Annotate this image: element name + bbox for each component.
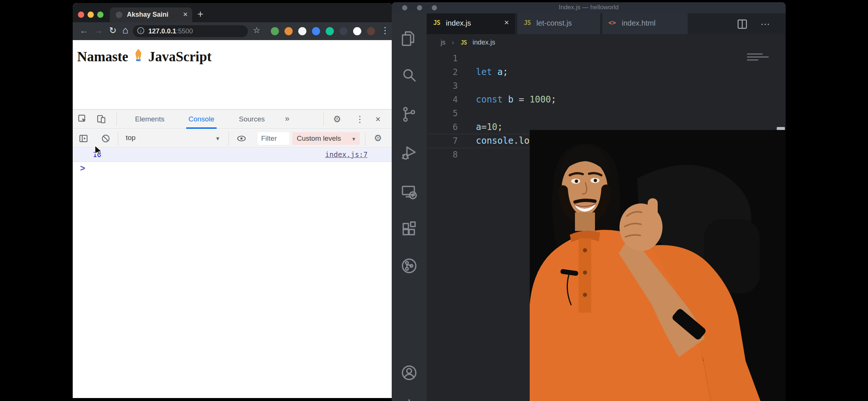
video-frame: Akshay Saini × + ← → ↻ ⌂ i 127.0.0.1:550… bbox=[0, 0, 868, 401]
tab-close-icon[interactable]: × bbox=[504, 18, 509, 27]
code-text bbox=[458, 79, 476, 93]
vscode-window-title: Index.js — helloworld bbox=[392, 4, 786, 11]
extensions-icon[interactable] bbox=[400, 220, 418, 238]
log-levels-dropdown[interactable]: Custom levels ▼ bbox=[292, 132, 360, 145]
blue-extension-icon[interactable] bbox=[312, 27, 320, 35]
console-prompt-row[interactable]: > bbox=[73, 162, 392, 177]
search-icon[interactable] bbox=[400, 66, 418, 84]
console-log-source-link[interactable]: index.js:7 bbox=[325, 150, 368, 159]
line-number: 7 bbox=[427, 134, 458, 148]
devtools-menu-icon[interactable]: ⋮ bbox=[355, 114, 364, 124]
page-content: Namaste JavaScript bbox=[73, 40, 392, 109]
console-prompt-chevron: > bbox=[80, 163, 85, 173]
home-icon[interactable]: ⌂ bbox=[122, 25, 128, 36]
chrome-tabstrip: Akshay Saini × + bbox=[73, 3, 392, 22]
console-log-row[interactable]: 10 index.js:7 bbox=[73, 148, 392, 162]
new-tab-button[interactable]: + bbox=[197, 8, 203, 20]
context-dropdown-arrow[interactable]: ▼ bbox=[215, 136, 220, 141]
code-line-2[interactable]: 2let a; bbox=[427, 65, 786, 79]
editor-tab-letconstjs[interactable]: JS let-const.js bbox=[517, 13, 600, 34]
remote-icon[interactable] bbox=[400, 183, 418, 201]
profile-avatar[interactable] bbox=[367, 27, 375, 35]
minimize-window-button[interactable] bbox=[88, 12, 94, 18]
explorer-icon[interactable] bbox=[400, 30, 418, 48]
tab-elements[interactable]: Elements bbox=[135, 110, 164, 129]
orange-extension-icon[interactable] bbox=[285, 27, 293, 35]
bookmark-star-icon[interactable]: ☆ bbox=[253, 26, 260, 35]
breadcrumb[interactable]: js › JS index.js bbox=[392, 36, 786, 50]
line-number: 8 bbox=[427, 148, 458, 162]
device-toolbar-icon[interactable] bbox=[96, 114, 106, 124]
tab-console[interactable]: Console bbox=[188, 110, 214, 129]
divider bbox=[116, 113, 117, 126]
chrome-window: Akshay Saini × + ← → ↻ ⌂ i 127.0.0.1:550… bbox=[73, 3, 392, 398]
code-line-4[interactable]: 4const b = 1000; bbox=[427, 93, 786, 107]
divider bbox=[118, 132, 118, 146]
minimap bbox=[747, 53, 763, 55]
tab-label: index.html bbox=[622, 19, 655, 27]
ide-extension-icon[interactable] bbox=[271, 27, 279, 35]
code-line-1[interactable]: 1 bbox=[427, 52, 786, 65]
browser-tab[interactable]: Akshay Saini × bbox=[110, 7, 192, 22]
extensions-puzzle-icon[interactable] bbox=[353, 27, 361, 35]
html-file-icon: <> bbox=[608, 19, 616, 26]
forward-icon[interactable]: → bbox=[94, 25, 103, 36]
minimap bbox=[747, 56, 769, 58]
tab-label: index.js bbox=[446, 19, 471, 27]
run-debug-icon[interactable] bbox=[400, 144, 418, 162]
back-icon[interactable]: ← bbox=[79, 25, 88, 36]
line-number: 5 bbox=[427, 107, 458, 120]
close-window-button[interactable] bbox=[78, 12, 84, 18]
console-sidebar-toggle-icon[interactable] bbox=[79, 134, 88, 143]
console-settings-gear-icon[interactable]: ⚙ bbox=[374, 133, 382, 143]
address-bar[interactable]: i 127.0.0.1:5500 bbox=[133, 25, 248, 37]
devtools-settings-gear-icon[interactable]: ⚙ bbox=[333, 114, 341, 124]
vscode-titlebar: Index.js — helloworld bbox=[392, 2, 786, 13]
person-extension-icon[interactable] bbox=[339, 27, 348, 35]
split-editor-icon[interactable] bbox=[737, 19, 748, 30]
editor-tab-indexhtml[interactable]: <> index.html bbox=[602, 13, 688, 34]
code-text: const b = 1000; bbox=[458, 93, 556, 107]
minimap bbox=[747, 59, 758, 61]
divider bbox=[228, 132, 229, 146]
devtools-close-icon[interactable]: × bbox=[375, 114, 381, 124]
code-text bbox=[458, 52, 476, 65]
line-number: 4 bbox=[427, 93, 458, 107]
more-tabs-icon[interactable]: » bbox=[285, 114, 289, 124]
url-port: :5500 bbox=[176, 27, 193, 35]
js-file-icon: JS bbox=[524, 19, 530, 26]
editor-more-actions-icon[interactable]: ⋯ bbox=[760, 19, 770, 30]
gitlens-icon[interactable] bbox=[400, 257, 418, 275]
clear-console-icon[interactable] bbox=[101, 134, 111, 143]
devtools-tabbar: Elements Console Sources » ⚙ ⋮ × bbox=[73, 110, 392, 129]
settings-icon[interactable] bbox=[400, 398, 418, 401]
levels-dropdown-arrow: ▼ bbox=[351, 133, 356, 146]
source-control-icon[interactable] bbox=[400, 105, 418, 123]
mouse-cursor bbox=[94, 145, 103, 155]
code-text bbox=[458, 148, 476, 162]
vscode-tabbar: JS index.js × JS let-const.js <> index.h… bbox=[392, 13, 786, 34]
code-line-3[interactable]: 3 bbox=[427, 79, 786, 93]
live-expression-eye-icon[interactable] bbox=[237, 134, 246, 143]
breadcrumb-file[interactable]: index.js bbox=[473, 39, 495, 46]
grammarly-extension-icon[interactable] bbox=[326, 27, 334, 35]
line-number: 1 bbox=[427, 52, 458, 65]
zoom-window-button[interactable] bbox=[97, 12, 103, 18]
heading-text-pre: Namaste bbox=[77, 49, 128, 65]
js-file-icon: JS bbox=[433, 19, 440, 26]
chevron-right-icon: › bbox=[452, 39, 454, 46]
tab-sources[interactable]: Sources bbox=[239, 110, 265, 129]
account-icon[interactable] bbox=[400, 364, 418, 382]
reload-icon[interactable]: ↻ bbox=[109, 25, 116, 36]
console-filter-input[interactable]: Filter bbox=[257, 132, 289, 145]
tab-close-icon[interactable]: × bbox=[183, 10, 188, 19]
editor-tab-indexjs[interactable]: JS index.js × bbox=[427, 13, 515, 34]
tab-title: Akshay Saini bbox=[127, 11, 168, 19]
chrome-menu-icon[interactable]: ⋮ bbox=[381, 25, 389, 36]
context-selector[interactable]: top bbox=[126, 134, 135, 142]
code-line-5[interactable]: 5 bbox=[427, 107, 786, 120]
breadcrumb-folder[interactable]: js bbox=[441, 39, 445, 46]
site-info-icon[interactable]: i bbox=[137, 27, 144, 34]
dev-tool-extension-icon[interactable] bbox=[298, 27, 306, 35]
inspect-element-icon[interactable] bbox=[78, 114, 88, 124]
